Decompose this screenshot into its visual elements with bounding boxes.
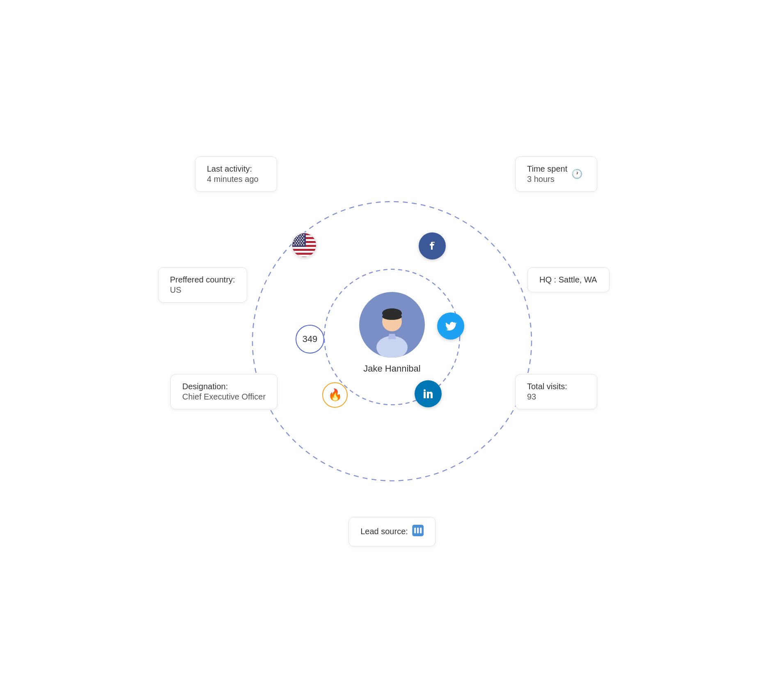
svg-point-49 [296,241,297,242]
svg-rect-26 [292,253,317,255]
diagram-container: Last activity: 4 minutes ago Time spent … [146,95,638,588]
svg-point-34 [303,234,305,235]
svg-point-51 [301,241,302,242]
avatar-name: Jake Hannibal [363,363,420,374]
svg-point-54 [297,242,298,243]
svg-rect-3 [414,528,416,533]
flame-emoji: 🔥 [328,388,342,402]
card-lead-source: Lead source: [348,517,436,547]
time-spent-value: 3 hours [527,175,567,184]
last-activity-title: Last activity: [207,164,265,174]
svg-point-55 [300,242,301,243]
svg-rect-27 [292,255,317,257]
svg-point-56 [302,242,303,243]
svg-point-59 [298,244,300,245]
total-visits-value: 93 [527,392,585,402]
svg-point-38 [302,236,303,237]
svg-point-48 [293,241,295,242]
svg-point-52 [303,241,305,242]
svg-rect-24 [292,249,317,251]
flame-icon: 🔥 [322,382,348,408]
svg-point-41 [298,237,300,239]
svg-rect-28 [292,257,317,258]
total-visits-title: Total visits: [527,382,585,391]
card-preferred-country: Preffered country: US [158,267,247,303]
svg-point-57 [293,244,295,245]
hq-title: HQ : Sattle, WA [539,275,598,285]
svg-point-33 [301,234,302,235]
card-total-visits: Total visits: 93 [515,374,597,409]
twitter-icon [437,312,464,340]
svg-marker-12 [392,334,396,339]
svg-point-45 [297,239,298,240]
preferred-country-title: Preffered country: [170,275,235,285]
svg-rect-4 [417,528,419,533]
svg-point-58 [296,244,297,245]
svg-point-39 [293,237,295,239]
designation-value: Chief Executive Officer [182,392,266,402]
score-badge: 349 [296,325,324,354]
svg-point-43 [303,237,305,239]
svg-point-36 [297,236,298,237]
avatar-circle [359,292,425,358]
card-designation: Designation: Chief Executive Officer [170,374,277,409]
avatar-wrapper: Jake Hannibal [359,292,425,374]
svg-point-35 [295,236,296,237]
svg-point-30 [293,234,295,235]
designation-title: Designation: [182,382,266,391]
svg-point-31 [296,234,297,235]
svg-point-37 [300,236,301,237]
card-hq: HQ : Sattle, WA [527,267,610,292]
svg-point-53 [295,242,296,243]
score-value: 349 [303,334,318,344]
svg-marker-11 [388,334,392,339]
svg-point-42 [301,237,302,239]
card-last-activity: Last activity: 4 minutes ago [195,156,277,192]
svg-point-32 [298,234,300,235]
svg-point-40 [296,237,297,239]
facebook-icon [419,232,446,259]
svg-rect-5 [420,528,422,533]
flag-icon [291,232,317,258]
clock-icon: 🕐 [571,169,582,179]
linkedin-icon [415,380,442,407]
svg-rect-23 [292,247,317,249]
svg-point-47 [302,239,303,240]
svg-point-46 [300,239,301,240]
preferred-country-value: US [170,285,235,295]
card-time-spent: Time spent 3 hours 🕐 [515,156,597,192]
time-spent-title: Time spent [527,164,567,174]
svg-point-44 [295,239,296,240]
svg-point-63 [424,389,426,391]
svg-point-60 [301,244,302,245]
lead-source-title: Lead source: [360,527,408,536]
svg-point-50 [298,241,300,242]
last-activity-value: 4 minutes ago [207,175,265,184]
svg-point-8 [382,313,402,320]
svg-point-61 [303,244,305,245]
svg-rect-25 [292,250,317,253]
avatar-person-svg [365,304,419,358]
intercom-icon [412,525,424,539]
svg-rect-62 [424,392,426,398]
